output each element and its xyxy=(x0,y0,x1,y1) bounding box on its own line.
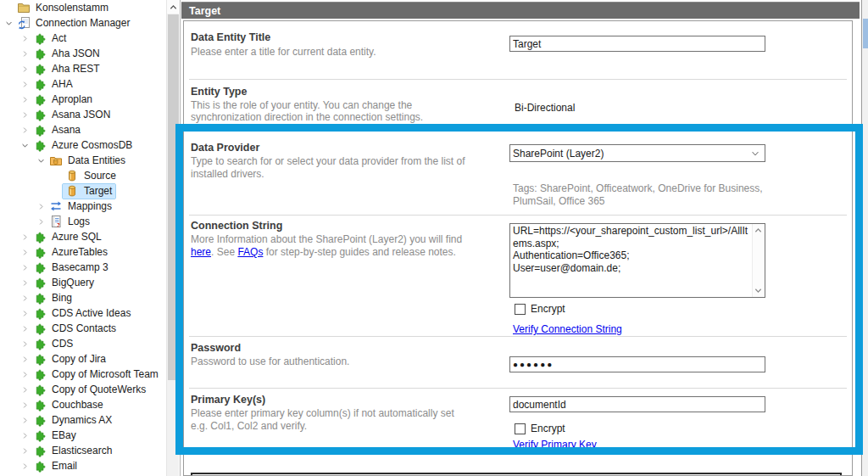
tree-item-core[interactable]: Bing xyxy=(31,291,75,305)
tree-item-target[interactable]: Target xyxy=(0,183,166,199)
connection-string-textarea[interactable]: URL=https://<your_sharepoint_custom_list… xyxy=(509,223,765,298)
tree-item-konsolenstamm[interactable]: Konsolenstamm xyxy=(0,0,166,15)
tree-item-copy-of-quotewerks[interactable]: Copy of QuoteWerks xyxy=(0,382,166,397)
collapsed-chevron-icon[interactable] xyxy=(19,79,31,90)
collapsed-chevron-icon[interactable] xyxy=(19,33,31,44)
tree-item-core[interactable]: Asana JSON xyxy=(31,108,114,122)
tree-item-source[interactable]: Source xyxy=(0,168,166,183)
tree-item-core[interactable]: CDS Active Ideas xyxy=(31,306,134,321)
collapsed-chevron-icon[interactable] xyxy=(19,400,31,411)
data-entity-title-input[interactable] xyxy=(509,36,765,52)
collapsed-chevron-icon[interactable] xyxy=(19,384,31,395)
tree-item-core[interactable]: Act xyxy=(31,31,70,46)
tree-scrollbar-thumb[interactable] xyxy=(168,14,179,380)
verify-connection-string-link[interactable]: Verify Connection String xyxy=(513,323,622,335)
collapsed-chevron-icon[interactable] xyxy=(19,247,31,258)
window-scrollbar[interactable] xyxy=(861,0,868,476)
tree-item-core[interactable]: CDS Contacts xyxy=(31,322,120,336)
collapsed-chevron-icon[interactable] xyxy=(19,308,31,319)
tree-item-core[interactable]: Azure CosmosDB xyxy=(31,138,136,153)
tree-item-asana-json[interactable]: Asana JSON xyxy=(0,107,166,122)
tree-item-core[interactable]: Copy of Jira xyxy=(31,352,109,367)
tree-item-core[interactable]: Mappings xyxy=(47,199,115,214)
tree-item-aproplan[interactable]: Aproplan xyxy=(0,92,166,107)
tree-item-core[interactable]: EBay xyxy=(31,428,80,443)
tree-item-core[interactable]: Aha REST xyxy=(31,62,103,76)
here-link[interactable]: here xyxy=(191,246,211,258)
tree-item-logs[interactable]: Logs xyxy=(0,214,166,229)
tree-item-core[interactable]: CDS xyxy=(31,337,76,351)
checkbox-icon[interactable] xyxy=(515,304,526,315)
expanded-chevron-icon[interactable] xyxy=(19,140,31,151)
tree-item-cds[interactable]: CDS xyxy=(0,336,166,351)
tree-item-core[interactable]: Data Entities xyxy=(47,154,129,168)
tree-item-aha-json[interactable]: Aha JSON xyxy=(0,46,166,61)
expanded-chevron-icon[interactable] xyxy=(3,18,14,29)
tree-item-azure-cosmosdb[interactable]: Azure CosmosDB xyxy=(0,137,166,153)
verify-primary-key-link[interactable]: Verify Primary Key xyxy=(513,439,597,451)
collapsed-chevron-icon[interactable] xyxy=(36,201,47,212)
tree-item-core[interactable]: Aha JSON xyxy=(31,47,103,61)
collapsed-chevron-icon[interactable] xyxy=(19,293,31,304)
collapsed-chevron-icon[interactable] xyxy=(19,339,31,350)
collapsed-chevron-icon[interactable] xyxy=(19,94,31,105)
data-provider-select[interactable]: SharePoint (Layer2) xyxy=(509,144,765,162)
collapsed-chevron-icon[interactable] xyxy=(19,445,31,456)
tree-item-azuretables[interactable]: AzureTables xyxy=(0,244,166,260)
tree-item-core[interactable]: Azure SQL xyxy=(31,230,105,244)
collapsed-chevron-icon[interactable] xyxy=(19,232,31,243)
tree-item-connection-manager[interactable]: Connection Manager xyxy=(0,15,166,31)
tree-item-core[interactable]: Copy of QuoteWerks xyxy=(31,383,149,397)
tree-item-core[interactable]: Asana xyxy=(31,123,84,137)
faqs-link[interactable]: FAQs xyxy=(237,246,263,258)
tree-item-core[interactable]: Source xyxy=(63,169,120,183)
textarea-scrollbar[interactable] xyxy=(752,224,765,297)
tree-item-bing[interactable]: Bing xyxy=(0,290,166,305)
collapsed-chevron-icon[interactable] xyxy=(19,323,31,334)
collapsed-chevron-icon[interactable] xyxy=(19,415,31,426)
tree-item-core[interactable]: Dynamics AX xyxy=(31,413,115,428)
tree-item-copy-of-microsoft-team[interactable]: Copy of Microsoft Team xyxy=(0,367,166,382)
tree-item-core[interactable]: Couchbase xyxy=(31,398,107,412)
collapsed-chevron-icon[interactable] xyxy=(19,277,31,288)
tree-item-cds-active-ideas[interactable]: CDS Active Ideas xyxy=(0,305,166,321)
collapsed-chevron-icon[interactable] xyxy=(19,262,31,273)
tree-item-mappings[interactable]: Mappings xyxy=(0,199,166,214)
tree-item-core[interactable]: Elasticsearch xyxy=(31,444,115,458)
tree-item-azure-sql[interactable]: Azure SQL xyxy=(0,229,166,244)
tree-item-elasticsearch[interactable]: Elasticsearch xyxy=(0,443,166,458)
collapsed-chevron-icon[interactable] xyxy=(19,430,31,441)
collapsed-chevron-icon[interactable] xyxy=(19,125,31,136)
window-scrollbar-thumb[interactable] xyxy=(863,19,868,48)
tree-scrollbar[interactable] xyxy=(166,0,179,476)
tree-item-ebay[interactable]: EBay xyxy=(0,428,166,443)
tree-item-core[interactable]: Aproplan xyxy=(31,92,96,107)
tree-item-asana[interactable]: Asana xyxy=(0,122,166,137)
tree-item-data-entities[interactable]: Data Entities xyxy=(0,153,166,168)
collapsed-chevron-icon[interactable] xyxy=(19,109,31,120)
collapsed-chevron-icon[interactable] xyxy=(19,48,31,59)
tree-item-core[interactable]: AzureTables xyxy=(31,245,111,260)
tree-item-core[interactable]: Copy of Microsoft Team xyxy=(31,367,162,382)
password-input[interactable] xyxy=(509,356,765,372)
primary-keys-encrypt-checkbox[interactable]: Encrypt xyxy=(515,423,565,434)
tree-item-basecamp-3[interactable]: Basecamp 3 xyxy=(0,260,166,275)
expanded-chevron-icon[interactable] xyxy=(36,155,47,166)
tree-item-email[interactable]: Email xyxy=(0,458,166,473)
tree-item-act[interactable]: Act xyxy=(0,31,166,46)
tree-item-dynamics-ax[interactable]: Dynamics AX xyxy=(0,412,166,428)
tree-item-aha-rest[interactable]: Aha REST xyxy=(0,61,166,76)
collapsed-chevron-icon[interactable] xyxy=(19,369,31,380)
tree-item-couchbase[interactable]: Couchbase xyxy=(0,397,166,412)
tree-item-copy-of-jira[interactable]: Copy of Jira xyxy=(0,351,166,367)
tree-item-bigquery[interactable]: BigQuery xyxy=(0,275,166,290)
tree-item-core[interactable]: AHA xyxy=(31,77,76,92)
primary-keys-input[interactable] xyxy=(509,396,765,412)
collapsed-chevron-icon[interactable] xyxy=(19,461,31,472)
tree-item-core[interactable]: Logs xyxy=(47,215,93,229)
tree-item-core[interactable]: BigQuery xyxy=(31,276,97,290)
tree-item-cds-contacts[interactable]: CDS Contacts xyxy=(0,321,166,336)
connection-string-encrypt-checkbox[interactable]: Encrypt xyxy=(515,303,565,315)
tree-item-core[interactable]: Target xyxy=(63,184,115,199)
tree-item-core[interactable]: Basecamp 3 xyxy=(31,260,112,275)
